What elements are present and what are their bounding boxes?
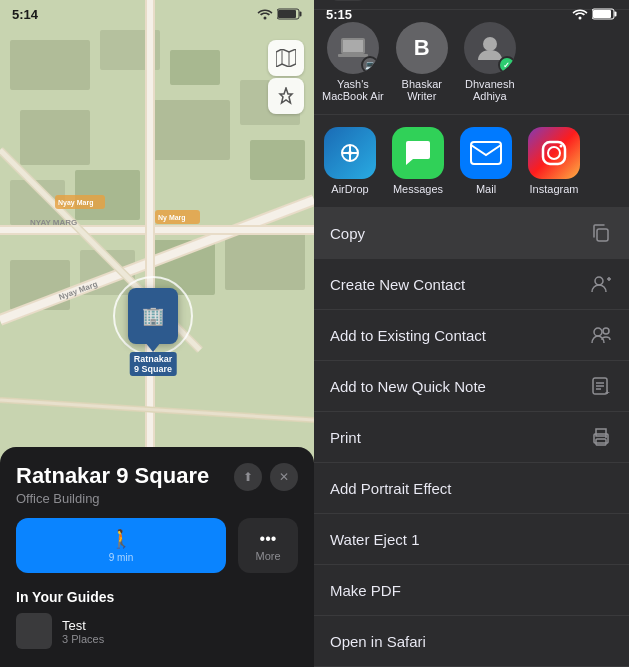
open-safari-icon	[589, 629, 613, 653]
app-item-mail[interactable]: Mail	[458, 127, 514, 195]
airdrop-icon	[324, 127, 376, 179]
guides-title: In Your Guides	[16, 589, 298, 605]
map-icon	[276, 49, 296, 67]
guide-item[interactable]: Test 3 Places	[16, 613, 298, 649]
svg-rect-3	[170, 50, 220, 85]
portrait-icon	[589, 476, 613, 500]
printer-symbol	[591, 427, 611, 447]
svg-rect-43	[615, 12, 617, 17]
copy-icon	[589, 221, 613, 245]
status-bar-right: 5:15	[314, 0, 629, 28]
person-item-dhvanesh[interactable]: ✓ DhvaneshAdhiya	[460, 22, 520, 102]
svg-text:Nyay Marg: Nyay Marg	[58, 199, 93, 207]
map-type-button[interactable]	[268, 40, 304, 76]
instagram-icon	[528, 127, 580, 179]
location-pin: 🏢 Ratnakar9 Square	[128, 288, 178, 344]
add-existing-label: Add to Existing Contact	[330, 327, 579, 344]
copy-symbol	[591, 223, 611, 243]
messages-symbol	[403, 138, 433, 168]
add-existing-icon	[589, 323, 613, 347]
sheet-controls: ⬆ ✕	[234, 463, 298, 491]
make-pdf-icon	[589, 578, 613, 602]
svg-rect-46	[343, 40, 363, 52]
guide-count: 3 Places	[62, 633, 104, 645]
svg-point-50	[348, 151, 352, 155]
person-add-symbol	[591, 274, 611, 294]
mail-icon	[460, 127, 512, 179]
action-open-safari[interactable]: Open in Safari	[314, 616, 629, 667]
svg-rect-32	[300, 12, 302, 17]
guides-section: In Your Guides Test 3 Places	[16, 589, 298, 649]
action-quick-note[interactable]: Add to New Quick Note +	[314, 361, 629, 412]
action-list: Copy Create New Contact	[314, 208, 629, 667]
person-name-dhvanesh: DhvaneshAdhiya	[465, 78, 515, 102]
app-item-instagram[interactable]: Instagram	[526, 127, 582, 195]
status-time-right: 5:15	[326, 7, 352, 22]
svg-point-30	[264, 17, 267, 20]
svg-rect-67	[596, 429, 606, 436]
action-make-pdf[interactable]: Make PDF	[314, 565, 629, 616]
svg-point-54	[560, 145, 563, 148]
svg-rect-1	[10, 40, 90, 90]
make-pdf-label: Make PDF	[330, 582, 579, 599]
status-icons-right	[572, 8, 617, 20]
walk-button[interactable]: 🚶 9 min	[16, 518, 226, 573]
svg-point-48	[483, 37, 497, 51]
close-button[interactable]: ✕	[270, 463, 298, 491]
print-icon	[589, 425, 613, 449]
walk-time: 9 min	[109, 552, 133, 563]
app-item-messages[interactable]: Messages	[390, 127, 446, 195]
person-existing-symbol	[591, 325, 611, 345]
svg-point-56	[595, 277, 603, 285]
quick-note-icon: +	[589, 374, 613, 398]
action-create-contact[interactable]: Create New Contact	[314, 259, 629, 310]
instagram-label: Instagram	[530, 183, 579, 195]
action-row: 🚶 9 min ••• More	[16, 518, 298, 573]
status-icons-left	[257, 8, 302, 20]
status-bar-left: 5:14	[0, 0, 314, 28]
left-map-panel: Nyay Marg NYAY MARG Nyay Marg Ny Marg 5:…	[0, 0, 314, 667]
person-name-bhaskar: BhaskarWriter	[402, 78, 442, 102]
device-badge-yash: 💻	[361, 56, 379, 74]
right-share-panel: 5:15 🗺 Ratnakar 9 Square Office Building…	[314, 0, 629, 667]
person-avatar-dhvanesh: ✓	[464, 22, 516, 74]
device-badge-dhvanesh: ✓	[498, 56, 516, 74]
create-contact-icon	[589, 272, 613, 296]
action-add-existing-contact[interactable]: Add to Existing Contact	[314, 310, 629, 361]
person-item-bhaskar[interactable]: B BhaskarWriter	[392, 22, 452, 102]
svg-text:+: +	[605, 388, 610, 396]
svg-rect-13	[225, 230, 305, 290]
place-type: Office Building	[16, 491, 298, 506]
person-item-yash[interactable]: 💻 Yash'sMacBook Air	[322, 22, 384, 102]
open-safari-label: Open in Safari	[330, 633, 579, 650]
action-print[interactable]: Print	[314, 412, 629, 463]
map-controls	[268, 40, 304, 114]
share-button[interactable]: ⬆	[234, 463, 262, 491]
apps-row: AirDrop Messages Mail	[314, 115, 629, 208]
location-button[interactable]	[268, 78, 304, 114]
battery-icon-right	[592, 8, 617, 20]
more-label: More	[255, 550, 280, 562]
action-water-eject[interactable]: Water Eject 1	[314, 514, 629, 565]
location-pin-area: 🏢 Ratnakar9 Square	[113, 276, 193, 356]
svg-rect-51	[471, 142, 501, 164]
svg-rect-9	[250, 140, 305, 180]
status-time-left: 5:14	[12, 7, 38, 22]
note-symbol: +	[591, 376, 611, 396]
action-portrait[interactable]: Add Portrait Effect	[314, 463, 629, 514]
more-icon: •••	[260, 530, 277, 548]
wifi-icon-right	[572, 8, 588, 20]
walk-icon: 🚶	[110, 528, 132, 550]
guide-thumbnail	[16, 613, 52, 649]
compass-icon	[277, 87, 295, 105]
app-item-airdrop[interactable]: AirDrop	[322, 127, 378, 195]
svg-rect-4	[20, 110, 90, 165]
person-avatar-yash: 💻	[327, 22, 379, 74]
water-eject-icon	[589, 527, 613, 551]
bhaskar-initial: B	[414, 35, 430, 61]
portrait-label: Add Portrait Effect	[330, 480, 579, 497]
person-avatar-bhaskar: B	[396, 22, 448, 74]
more-button[interactable]: ••• More	[238, 518, 298, 573]
guide-info: Test 3 Places	[62, 618, 104, 645]
action-copy[interactable]: Copy	[314, 208, 629, 259]
